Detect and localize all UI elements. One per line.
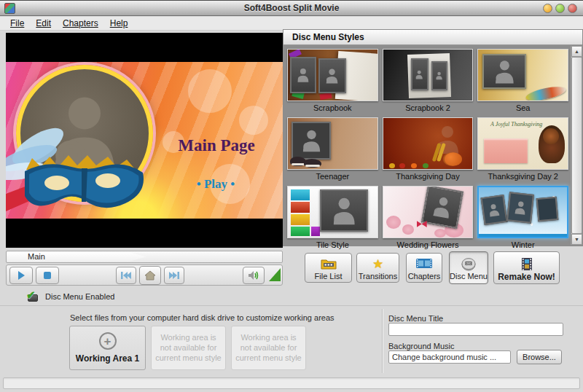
- disc-menu-icon: [450, 257, 488, 271]
- style-thumbnail[interactable]: [287, 117, 378, 170]
- menu-chapters[interactable]: Chapters: [57, 17, 104, 30]
- play-icon: [16, 270, 26, 281]
- style-thumbnail[interactable]: [287, 186, 378, 238]
- style-label: Thanksgiving Day 2: [475, 172, 571, 181]
- thumbnail-overlay-text: A Joyful Thanksgiving: [478, 121, 555, 128]
- style-item-thanksgiving-day[interactable]: Thanksgiving Day: [380, 115, 476, 184]
- video-preview: Main Page • Play •: [6, 33, 283, 248]
- disc-menu-enabled-indicator[interactable]: ✔ Disc Menu Enabled: [26, 290, 114, 303]
- browse-button[interactable]: Browse...: [517, 350, 562, 364]
- background-music-label: Background Music: [388, 342, 455, 350]
- plus-circle-icon: +: [99, 332, 117, 350]
- scroll-down-arrow[interactable]: ▼: [571, 234, 582, 245]
- preview-menu-title: Main Page: [169, 136, 264, 155]
- file-list-icon: [305, 257, 351, 271]
- chapters-button[interactable]: Chapters: [406, 253, 442, 283]
- close-button[interactable]: [568, 4, 577, 13]
- working-area-1-button[interactable]: + Working Area 1: [69, 326, 146, 370]
- working-area-3-disabled: Working area is not available for curren…: [231, 326, 306, 370]
- play-button[interactable]: [9, 267, 33, 284]
- style-item-scrapbook-2[interactable]: Scrapbook 2: [380, 47, 476, 115]
- style-thumbnail[interactable]: [383, 49, 474, 101]
- window-title: Soft4Boost Split Movie: [0, 3, 583, 13]
- scrollbar-thumb[interactable]: [571, 57, 582, 234]
- background-music-input[interactable]: [388, 350, 511, 364]
- working-area-2-disabled: Working area is not available for curren…: [151, 326, 226, 370]
- menu-edit[interactable]: Edit: [30, 17, 57, 30]
- file-list-label: File List: [315, 272, 343, 281]
- status-bar: [3, 377, 580, 389]
- mute-button[interactable]: [243, 267, 265, 284]
- style-item-wedding-flowers[interactable]: Wedding Flowers: [380, 184, 476, 245]
- style-thumbnail[interactable]: [383, 117, 474, 170]
- style-thumbnail[interactable]: A Joyful Thanksgiving: [477, 117, 568, 170]
- style-item-scrapbook[interactable]: Scrapbook: [285, 47, 380, 115]
- remake-now-label: Remake Now!: [498, 272, 555, 282]
- home-menu-button[interactable]: [139, 266, 161, 285]
- skip-back-icon: [120, 271, 132, 280]
- working-area-1-label: Working Area 1: [70, 353, 145, 364]
- preview-tab-bar: Main: [6, 251, 283, 263]
- tab-main[interactable]: Main: [7, 252, 146, 262]
- style-label: Winter: [475, 240, 571, 249]
- styles-scrollbar[interactable]: ▲ ▼: [571, 46, 582, 245]
- vertical-divider: [382, 309, 383, 373]
- playback-toolbar: [6, 264, 283, 286]
- transitions-button[interactable]: ★ Transitions: [356, 253, 399, 283]
- style-label: Thanksgiving Day: [380, 172, 476, 181]
- menu-help[interactable]: Help: [104, 17, 134, 30]
- style-thumbnail[interactable]: [477, 49, 568, 101]
- remake-now-button[interactable]: Remake Now!: [493, 251, 560, 284]
- remake-now-icon: [494, 257, 559, 271]
- stop-button[interactable]: [36, 267, 59, 284]
- volume-slider[interactable]: [269, 268, 281, 281]
- stop-icon: [42, 270, 52, 281]
- bokeh-circle: [239, 106, 268, 135]
- style-item-thanksgiving-day-2[interactable]: A Joyful Thanksgiving Thanksgiving Day 2: [475, 115, 571, 184]
- home-icon: [144, 270, 156, 281]
- title-bar: Soft4Boost Split Movie: [0, 0, 583, 16]
- style-label: Scrapbook: [285, 103, 380, 112]
- style-label: Teenager: [285, 172, 380, 181]
- style-label: Tile Style: [285, 240, 380, 249]
- maximize-button[interactable]: [555, 4, 565, 13]
- style-item-winter[interactable]: Winter: [475, 184, 571, 245]
- scroll-up-arrow[interactable]: ▲: [571, 46, 582, 57]
- speaker-icon: [248, 270, 259, 281]
- chapters-film-icon: [407, 257, 442, 271]
- working-areas-instruction: Select files from your computer hard dis…: [70, 313, 376, 322]
- chapters-label: Chapters: [408, 272, 441, 281]
- disc-menu-enabled-label: Disc Menu Enabled: [45, 292, 114, 301]
- next-chapter-button[interactable]: [164, 267, 184, 284]
- styles-thumbnail-grid: Scrapbook Scrapbook 2 Sea: [285, 47, 571, 245]
- style-item-sea[interactable]: Sea: [475, 47, 571, 115]
- disc-menu-title-input[interactable]: [388, 323, 563, 336]
- style-item-tile-style[interactable]: Tile Style: [285, 184, 380, 245]
- menu-file[interactable]: File: [4, 17, 30, 30]
- minimize-button[interactable]: [543, 4, 552, 13]
- file-list-button[interactable]: File List: [305, 253, 352, 283]
- skip-forward-icon: [168, 271, 180, 280]
- style-thumbnail[interactable]: [287, 49, 378, 101]
- preview-play-label: • Play •: [179, 177, 252, 192]
- styles-panel-header: Disc Menu Styles: [283, 30, 582, 45]
- style-label: Sea: [475, 103, 571, 112]
- style-label: Scrapbook 2: [380, 103, 476, 112]
- disc-menu-styles-panel: Disc Menu Styles Scrapbook: [283, 29, 583, 246]
- disc-menu-preview-art: Main Page • Play •: [6, 62, 283, 219]
- bokeh-circle: [188, 69, 232, 113]
- transitions-star-icon: ★: [357, 257, 399, 271]
- disc-menu-label: Disc Menu: [450, 272, 488, 281]
- previous-chapter-button[interactable]: [116, 267, 136, 284]
- checkmark-icon: ✔: [26, 291, 39, 302]
- style-thumbnail[interactable]: [383, 186, 474, 238]
- carnival-mask-graphic: [6, 126, 175, 219]
- disc-menu-button[interactable]: Disc Menu: [449, 251, 488, 284]
- style-thumbnail-selected[interactable]: [477, 186, 568, 238]
- disc-menu-title-label: Disc Menu Title: [388, 314, 443, 323]
- section-divider: [0, 305, 583, 306]
- style-item-teenager[interactable]: Teenager: [285, 115, 380, 184]
- transitions-label: Transitions: [359, 272, 397, 281]
- style-label: Wedding Flowers: [380, 240, 476, 249]
